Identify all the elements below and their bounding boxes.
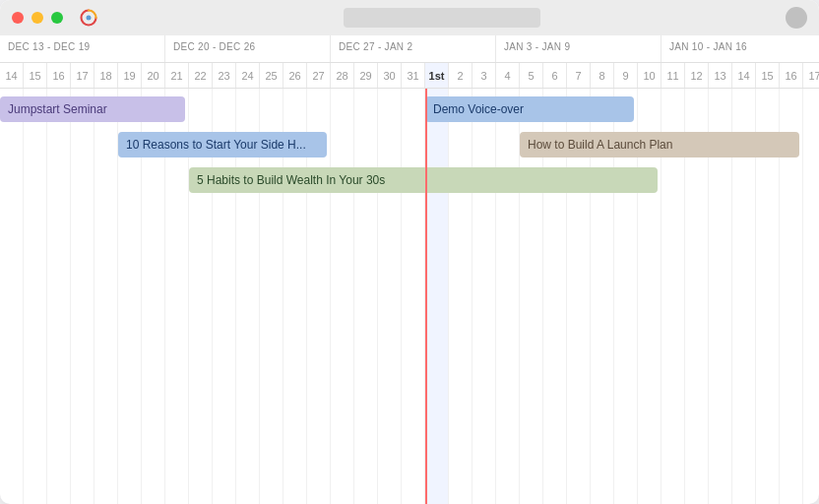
day-cell: 16 xyxy=(47,63,71,88)
week-label: DEC 13 - DEC 19 xyxy=(0,35,165,62)
today-line xyxy=(425,89,427,504)
day-cell: 10 xyxy=(638,63,662,88)
day-cell: 19 xyxy=(118,63,142,88)
day-cell: 28 xyxy=(331,63,354,88)
day-cell: 18 xyxy=(94,63,118,88)
title-bar xyxy=(0,0,819,35)
day-cell: 4 xyxy=(496,63,520,88)
user-avatar[interactable] xyxy=(786,7,807,29)
gantt-bar-bar2[interactable]: 10 Reasons to Start Your Side H... xyxy=(118,132,327,158)
day-cell: 17 xyxy=(71,63,94,88)
day-cell: 31 xyxy=(402,63,425,88)
day-cell: 12 xyxy=(685,63,709,88)
app-logo xyxy=(79,8,98,28)
day-cell: 14 xyxy=(0,63,24,88)
day-cell: 15 xyxy=(756,63,780,88)
day-cell: 11 xyxy=(662,63,685,88)
gantt-body: Jumpstart Seminar10 Reasons to Start You… xyxy=(0,89,819,504)
day-cell: 23 xyxy=(213,63,236,88)
gantt-bar-bar5[interactable]: How to Build A Launch Plan xyxy=(520,132,799,158)
day-cell: 2 xyxy=(449,63,472,88)
gantt-bar-bar1[interactable]: Jumpstart Seminar xyxy=(0,96,185,122)
day-cell: 13 xyxy=(709,63,732,88)
day-cell: 20 xyxy=(142,63,165,88)
day-cell: 27 xyxy=(307,63,331,88)
maximize-button[interactable] xyxy=(51,12,63,24)
gantt-bar-bar4[interactable]: Demo Voice-over xyxy=(425,96,634,122)
day-cell: 22 xyxy=(189,63,213,88)
week-label: JAN 10 - JAN 16 xyxy=(662,35,819,62)
day-cell: 16 xyxy=(780,63,803,88)
search-input[interactable] xyxy=(344,8,540,28)
day-cell: 15 xyxy=(24,63,47,88)
day-headers: 1415161718192021222324252627282930311st2… xyxy=(0,63,819,89)
week-label: DEC 20 - DEC 26 xyxy=(165,35,331,62)
day-cell: 26 xyxy=(284,63,307,88)
day-cell: 29 xyxy=(354,63,378,88)
search-bar xyxy=(106,8,778,28)
day-cell: 14 xyxy=(732,63,756,88)
day-cell: 24 xyxy=(236,63,260,88)
week-label: JAN 3 - JAN 9 xyxy=(496,35,662,62)
day-cell: 5 xyxy=(520,63,543,88)
day-cell: 17 xyxy=(803,63,819,88)
day-cell: 8 xyxy=(591,63,614,88)
day-cell: 21 xyxy=(165,63,189,88)
day-cell: 30 xyxy=(378,63,402,88)
svg-point-0 xyxy=(87,16,92,21)
app-container: DEC 13 - DEC 19DEC 20 - DEC 26DEC 27 - J… xyxy=(0,0,819,504)
day-cell: 9 xyxy=(614,63,638,88)
gantt-bar-bar3[interactable]: 5 Habits to Build Wealth In Your 30s xyxy=(189,167,658,193)
day-cell: 1st xyxy=(425,63,449,88)
day-cell: 6 xyxy=(543,63,567,88)
close-button[interactable] xyxy=(12,12,24,24)
week-headers: DEC 13 - DEC 19DEC 20 - DEC 26DEC 27 - J… xyxy=(0,35,819,63)
minimize-button[interactable] xyxy=(32,12,43,24)
calendar-area: DEC 13 - DEC 19DEC 20 - DEC 26DEC 27 - J… xyxy=(0,35,819,504)
week-label: DEC 27 - JAN 2 xyxy=(331,35,496,62)
day-cell: 7 xyxy=(567,63,591,88)
day-cell: 3 xyxy=(472,63,496,88)
day-cell: 25 xyxy=(260,63,284,88)
